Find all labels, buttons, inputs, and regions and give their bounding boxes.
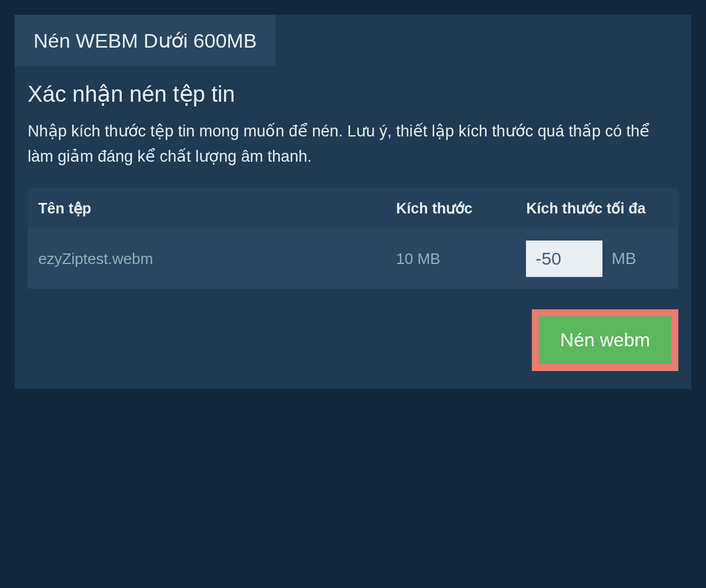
table-header-row: Tên tệp Kích thước Kích thước tối đa: [28, 188, 678, 229]
size-input-wrapper: MB: [526, 240, 668, 277]
cell-maxsize: MB: [515, 229, 678, 289]
size-unit-label: MB: [611, 249, 636, 268]
cell-filename: ezyZiptest.webm: [28, 229, 385, 289]
maxsize-input[interactable]: [526, 240, 602, 277]
main-panel: Nén WEBM Dưới 600MB Xác nhận nén tệp tin…: [15, 15, 691, 389]
button-row: Nén webm: [28, 309, 678, 371]
file-table: Tên tệp Kích thước Kích thước tối đa ezy…: [28, 188, 678, 289]
table-row: ezyZiptest.webm 10 MB MB: [28, 229, 678, 289]
compress-button[interactable]: Nén webm: [539, 316, 671, 364]
content-area: Xác nhận nén tệp tin Nhập kích thước tệp…: [15, 66, 691, 389]
header-size: Kích thước: [385, 188, 515, 229]
header-maxsize: Kích thước tối đa: [515, 188, 678, 229]
page-description: Nhập kích thước tệp tin mong muốn để nén…: [28, 119, 678, 169]
cell-size: 10 MB: [385, 229, 515, 289]
tab-label: Nén WEBM Dưới 600MB: [34, 29, 257, 52]
tab-header: Nén WEBM Dưới 600MB: [15, 15, 691, 66]
page-title: Xác nhận nén tệp tin: [28, 81, 678, 107]
header-filename: Tên tệp: [28, 188, 385, 229]
tab-compress-webm[interactable]: Nén WEBM Dưới 600MB: [15, 15, 275, 66]
compress-button-highlight: Nén webm: [532, 309, 678, 371]
